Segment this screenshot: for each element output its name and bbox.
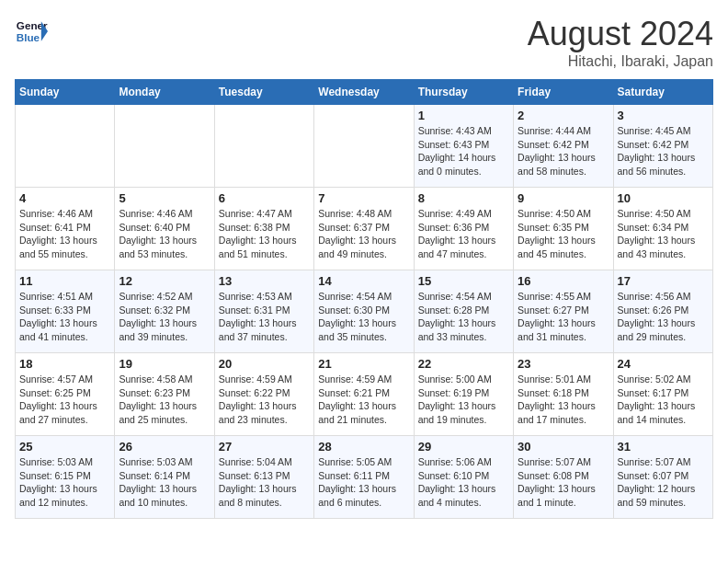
calendar-cell: 7Sunrise: 4:48 AM Sunset: 6:37 PM Daylig… [314, 188, 414, 270]
day-number: 20 [219, 357, 310, 371]
day-detail: Sunrise: 4:45 AM Sunset: 6:42 PM Dayligh… [618, 124, 709, 178]
weekday-header-tuesday: Tuesday [214, 80, 313, 105]
calendar-cell: 31Sunrise: 5:07 AM Sunset: 6:07 PM Dayli… [613, 436, 712, 519]
day-number: 21 [318, 357, 409, 371]
day-detail: Sunrise: 4:57 AM Sunset: 6:25 PM Dayligh… [19, 373, 110, 427]
calendar-cell: 14Sunrise: 4:54 AM Sunset: 6:30 PM Dayli… [314, 270, 414, 353]
day-number: 29 [418, 440, 509, 454]
day-detail: Sunrise: 5:04 AM Sunset: 6:13 PM Dayligh… [219, 455, 310, 510]
day-detail: Sunrise: 4:55 AM Sunset: 6:27 PM Dayligh… [518, 290, 609, 344]
day-detail: Sunrise: 4:52 AM Sunset: 6:32 PM Dayligh… [119, 290, 210, 344]
day-number: 7 [318, 191, 409, 205]
calendar-cell: 20Sunrise: 4:59 AM Sunset: 6:22 PM Dayli… [214, 353, 313, 436]
calendar-cell: 13Sunrise: 4:53 AM Sunset: 6:31 PM Dayli… [214, 270, 313, 353]
calendar-week-1: 1Sunrise: 4:43 AM Sunset: 6:43 PM Daylig… [16, 105, 713, 188]
calendar-table: SundayMondayTuesdayWednesdayThursdayFrid… [15, 79, 713, 519]
calendar-cell: 22Sunrise: 5:00 AM Sunset: 6:19 PM Dayli… [414, 353, 513, 436]
page-header: General Blue August 2024 Hitachi, Ibarak… [15, 15, 713, 70]
day-detail: Sunrise: 4:50 AM Sunset: 6:34 PM Dayligh… [618, 207, 709, 261]
day-number: 2 [518, 109, 609, 122]
calendar-cell: 24Sunrise: 5:02 AM Sunset: 6:17 PM Dayli… [613, 353, 712, 436]
calendar-cell: 3Sunrise: 4:45 AM Sunset: 6:42 PM Daylig… [613, 105, 712, 188]
day-number: 16 [518, 274, 609, 288]
day-detail: Sunrise: 4:43 AM Sunset: 6:43 PM Dayligh… [418, 124, 509, 178]
calendar-cell: 9Sunrise: 4:50 AM Sunset: 6:35 PM Daylig… [514, 188, 613, 270]
day-number: 22 [418, 357, 509, 371]
page-title: August 2024 [528, 15, 713, 53]
day-number: 17 [618, 274, 709, 288]
day-detail: Sunrise: 5:06 AM Sunset: 6:10 PM Dayligh… [418, 455, 509, 510]
calendar-cell: 1Sunrise: 4:43 AM Sunset: 6:43 PM Daylig… [414, 105, 513, 188]
page-subtitle: Hitachi, Ibaraki, Japan [528, 53, 713, 70]
day-number: 18 [19, 357, 110, 371]
calendar-week-2: 4Sunrise: 4:46 AM Sunset: 6:41 PM Daylig… [16, 188, 713, 270]
day-number: 3 [618, 109, 709, 122]
day-detail: Sunrise: 5:07 AM Sunset: 6:08 PM Dayligh… [518, 455, 609, 510]
day-detail: Sunrise: 4:53 AM Sunset: 6:31 PM Dayligh… [219, 290, 310, 344]
weekday-header-friday: Friday [514, 80, 613, 105]
calendar-cell: 4Sunrise: 4:46 AM Sunset: 6:41 PM Daylig… [16, 188, 115, 270]
logo: General Blue [15, 15, 48, 48]
day-number: 19 [119, 357, 210, 371]
day-detail: Sunrise: 5:03 AM Sunset: 6:14 PM Dayligh… [119, 455, 210, 510]
day-detail: Sunrise: 4:54 AM Sunset: 6:30 PM Dayligh… [318, 290, 409, 344]
calendar-cell: 12Sunrise: 4:52 AM Sunset: 6:32 PM Dayli… [115, 270, 214, 353]
calendar-cell: 16Sunrise: 4:55 AM Sunset: 6:27 PM Dayli… [514, 270, 613, 353]
calendar-cell [314, 105, 414, 188]
day-detail: Sunrise: 4:56 AM Sunset: 6:26 PM Dayligh… [618, 290, 709, 344]
calendar-cell: 23Sunrise: 5:01 AM Sunset: 6:18 PM Dayli… [514, 353, 613, 436]
weekday-header-thursday: Thursday [414, 80, 513, 105]
day-number: 30 [518, 440, 609, 454]
day-number: 1 [418, 109, 509, 122]
day-detail: Sunrise: 5:01 AM Sunset: 6:18 PM Dayligh… [518, 373, 609, 427]
calendar-cell: 27Sunrise: 5:04 AM Sunset: 6:13 PM Dayli… [214, 436, 313, 519]
svg-text:Blue: Blue [17, 31, 40, 43]
title-area: August 2024 Hitachi, Ibaraki, Japan [528, 15, 713, 70]
day-number: 5 [119, 191, 210, 205]
day-number: 4 [19, 191, 110, 205]
day-number: 25 [19, 440, 110, 454]
weekday-header-wednesday: Wednesday [314, 80, 414, 105]
weekday-header-row: SundayMondayTuesdayWednesdayThursdayFrid… [16, 80, 713, 105]
day-detail: Sunrise: 5:07 AM Sunset: 6:07 PM Dayligh… [618, 455, 709, 510]
day-detail: Sunrise: 4:48 AM Sunset: 6:37 PM Dayligh… [318, 207, 409, 261]
calendar-week-4: 18Sunrise: 4:57 AM Sunset: 6:25 PM Dayli… [16, 353, 713, 436]
calendar-cell: 26Sunrise: 5:03 AM Sunset: 6:14 PM Dayli… [115, 436, 214, 519]
calendar-cell: 2Sunrise: 4:44 AM Sunset: 6:42 PM Daylig… [514, 105, 613, 188]
day-number: 6 [219, 191, 310, 205]
day-detail: Sunrise: 4:59 AM Sunset: 6:21 PM Dayligh… [318, 373, 409, 427]
calendar-cell: 19Sunrise: 4:58 AM Sunset: 6:23 PM Dayli… [115, 353, 214, 436]
day-number: 31 [618, 440, 709, 454]
day-number: 23 [518, 357, 609, 371]
day-number: 13 [219, 274, 310, 288]
calendar-week-5: 25Sunrise: 5:03 AM Sunset: 6:15 PM Dayli… [16, 436, 713, 519]
day-detail: Sunrise: 4:47 AM Sunset: 6:38 PM Dayligh… [219, 207, 310, 261]
logo-icon: General Blue [15, 15, 48, 48]
day-number: 12 [119, 274, 210, 288]
calendar-cell: 10Sunrise: 4:50 AM Sunset: 6:34 PM Dayli… [613, 188, 712, 270]
calendar-cell: 17Sunrise: 4:56 AM Sunset: 6:26 PM Dayli… [613, 270, 712, 353]
calendar-week-3: 11Sunrise: 4:51 AM Sunset: 6:33 PM Dayli… [16, 270, 713, 353]
day-detail: Sunrise: 4:59 AM Sunset: 6:22 PM Dayligh… [219, 373, 310, 427]
weekday-header-saturday: Saturday [613, 80, 712, 105]
calendar-cell: 15Sunrise: 4:54 AM Sunset: 6:28 PM Dayli… [414, 270, 513, 353]
calendar-cell: 8Sunrise: 4:49 AM Sunset: 6:36 PM Daylig… [414, 188, 513, 270]
day-number: 15 [418, 274, 509, 288]
day-number: 10 [618, 191, 709, 205]
day-detail: Sunrise: 4:44 AM Sunset: 6:42 PM Dayligh… [518, 124, 609, 178]
weekday-header-monday: Monday [115, 80, 214, 105]
day-detail: Sunrise: 5:03 AM Sunset: 6:15 PM Dayligh… [19, 455, 110, 510]
calendar-cell: 29Sunrise: 5:06 AM Sunset: 6:10 PM Dayli… [414, 436, 513, 519]
calendar-cell [115, 105, 214, 188]
day-detail: Sunrise: 4:58 AM Sunset: 6:23 PM Dayligh… [119, 373, 210, 427]
day-detail: Sunrise: 4:54 AM Sunset: 6:28 PM Dayligh… [418, 290, 509, 344]
day-number: 11 [19, 274, 110, 288]
day-detail: Sunrise: 4:49 AM Sunset: 6:36 PM Dayligh… [418, 207, 509, 261]
day-number: 24 [618, 357, 709, 371]
calendar-cell [214, 105, 313, 188]
calendar-cell: 6Sunrise: 4:47 AM Sunset: 6:38 PM Daylig… [214, 188, 313, 270]
weekday-header-sunday: Sunday [16, 80, 115, 105]
day-number: 8 [418, 191, 509, 205]
day-detail: Sunrise: 4:46 AM Sunset: 6:40 PM Dayligh… [119, 207, 210, 261]
day-number: 14 [318, 274, 409, 288]
